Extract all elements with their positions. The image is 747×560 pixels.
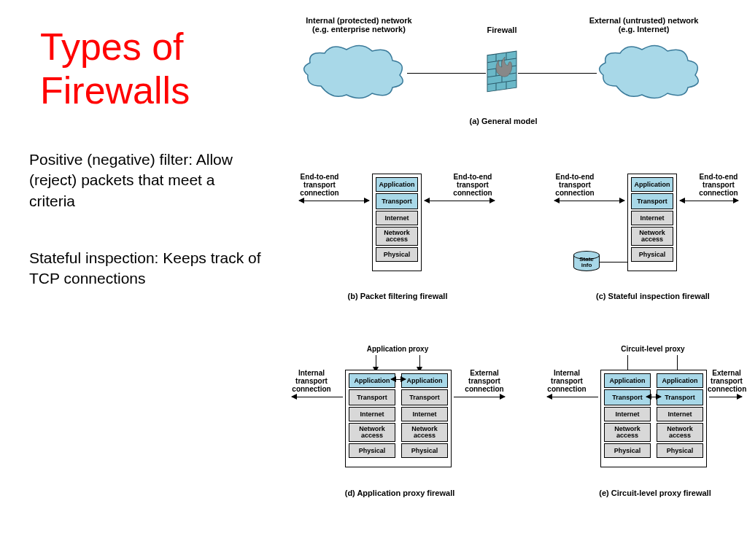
layer-physical: Physical <box>401 443 448 458</box>
layer-transport: Transport <box>631 193 673 209</box>
layer-physical: Physical <box>631 247 673 262</box>
layer-internet: Internet <box>631 211 673 225</box>
arrow-b-right <box>425 201 495 201</box>
caption-a: (a) General model <box>460 117 547 125</box>
caption-d: (d) Application proxy firewall <box>334 489 465 497</box>
layer-network-access: Network access <box>376 227 418 246</box>
caption-c: (c) Stateful inspection firewall <box>584 292 722 300</box>
caption-b: (b) Packet filtering firewall <box>336 292 460 300</box>
arrow-b-left <box>299 201 369 201</box>
arrow-e-left <box>547 397 598 397</box>
cloud-external-icon <box>595 42 704 101</box>
arrow-d-left <box>292 397 343 397</box>
layer-application: Application <box>349 373 395 388</box>
layer-internet: Internet <box>349 407 395 421</box>
layer-network-access: Network access <box>631 227 673 246</box>
arrow-e-right <box>709 397 742 397</box>
lbl-e-proxy: Circuit-level proxy <box>613 345 693 353</box>
layer-application: Application <box>604 373 651 388</box>
arrow-c-right <box>680 201 738 201</box>
label-external-network: External (untrusted) network (e.g. Inter… <box>580 16 708 34</box>
lbl-d-proxy: Application proxy <box>357 345 438 353</box>
layer-physical: Physical <box>604 443 651 458</box>
layer-transport: Transport <box>376 193 418 209</box>
arrow-e-proxy <box>646 397 661 397</box>
lbl-d-right: External transport connection <box>463 369 506 393</box>
slide-title: Types of Firewalls <box>40 26 190 113</box>
firewall-icon <box>486 47 518 92</box>
label-firewall: Firewall <box>480 26 524 34</box>
arrow-d-proxy <box>391 379 406 380</box>
layer-internet: Internet <box>604 407 651 421</box>
layer-transport: Transport <box>401 389 448 405</box>
title-line2: Firewalls <box>40 69 190 112</box>
layer-physical: Physical <box>376 247 418 262</box>
lbl-d-left: Internal transport connection <box>290 369 333 393</box>
layer-application: Application <box>376 177 418 192</box>
arrow-c-left <box>554 201 624 201</box>
cloud-internal-icon <box>299 42 409 101</box>
lbl-c-left: End-to-end transport connection <box>553 173 597 197</box>
layer-network-access: Network access <box>401 423 448 442</box>
layer-internet: Internet <box>376 211 418 225</box>
lbl-b-right: End-to-end transport connection <box>451 173 495 197</box>
layer-application: Application <box>657 373 703 388</box>
layer-internet: Internet <box>657 407 703 421</box>
lbl-b-left: End-to-end transport connection <box>298 173 341 197</box>
state-label: State info <box>573 257 600 268</box>
stack-d-outer: Application Transport Internet Network a… <box>345 370 452 467</box>
lbl-e-right: External transport connection <box>708 369 746 393</box>
layer-network-access: Network access <box>349 423 395 442</box>
desc-filter: Positive (negative) filter: Allow (rejec… <box>29 149 241 211</box>
stack-c: Application Transport Internet Network a… <box>627 174 677 271</box>
desc-stateful: Stateful inspection: Keeps track of TCP … <box>29 248 274 289</box>
layer-network-access: Network access <box>604 423 651 442</box>
layer-physical: Physical <box>349 443 395 458</box>
stack-e-outer: Application Transport Internet Network a… <box>600 370 707 467</box>
layer-physical: Physical <box>657 443 703 458</box>
lbl-c-right: End-to-end transport connection <box>697 173 740 197</box>
layer-internet: Internet <box>401 407 448 421</box>
layer-application: Application <box>631 177 673 192</box>
layer-network-access: Network access <box>657 423 703 442</box>
title-line1: Types of <box>40 26 184 68</box>
layer-application: Application <box>401 373 448 388</box>
layer-transport: Transport <box>657 389 703 405</box>
layer-transport: Transport <box>349 389 395 405</box>
layer-transport: Transport <box>604 389 651 405</box>
label-internal-network: Internal (protected) network (e.g. enter… <box>301 16 417 34</box>
arrow-d-right <box>454 397 505 397</box>
caption-e: (e) Circuit-level proxy firewall <box>589 489 721 497</box>
state-info-cylinder-icon: State info <box>573 251 600 271</box>
lbl-e-left: Internal transport connection <box>546 369 588 393</box>
stack-b: Application Transport Internet Network a… <box>372 174 422 271</box>
